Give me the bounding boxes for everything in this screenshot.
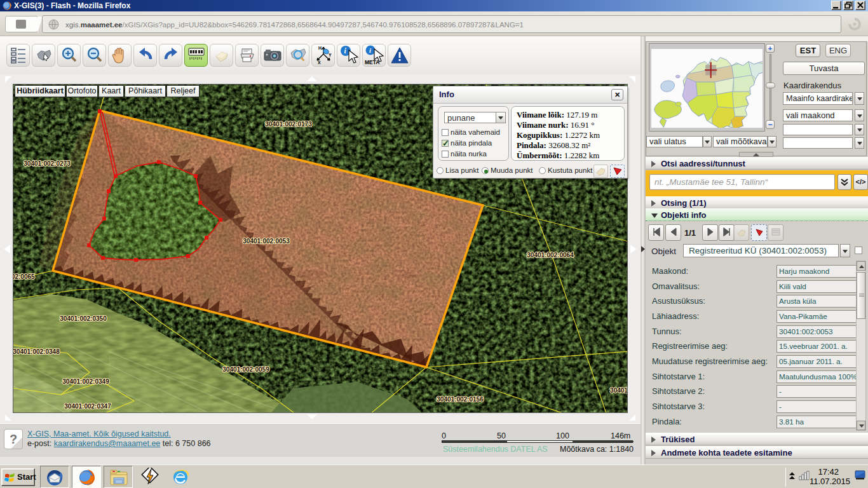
svg-text:30401:002:0349: 30401:002:0349	[62, 378, 109, 385]
svg-text:30401:002:0156: 30401:002:0156	[437, 396, 484, 403]
svg-text:1:002:0065: 1:002:0065	[13, 273, 35, 280]
svg-text:30401:002:0064: 30401:002:0064	[527, 252, 574, 259]
svg-text:30401:002: 30401:002	[610, 387, 628, 394]
svg-text:30401:002:0350: 30401:002:0350	[60, 315, 107, 322]
svg-text:30401:002:0053: 30401:002:0053	[243, 238, 290, 245]
svg-text:Y: Y	[329, 53, 332, 57]
svg-text:30401:002:0348: 30401:002:0348	[13, 348, 60, 355]
svg-text:30401:002:0273: 30401:002:0273	[24, 160, 71, 167]
svg-text:X: X	[318, 60, 321, 65]
svg-text:H: H	[318, 46, 322, 50]
svg-text:30401:002:0173: 30401:002:0173	[265, 121, 312, 128]
svg-text:30401:002:0059: 30401:002:0059	[222, 366, 269, 373]
svg-text:30401:002:0347: 30401:002:0347	[64, 403, 111, 410]
svg-text:META: META	[365, 59, 379, 65]
